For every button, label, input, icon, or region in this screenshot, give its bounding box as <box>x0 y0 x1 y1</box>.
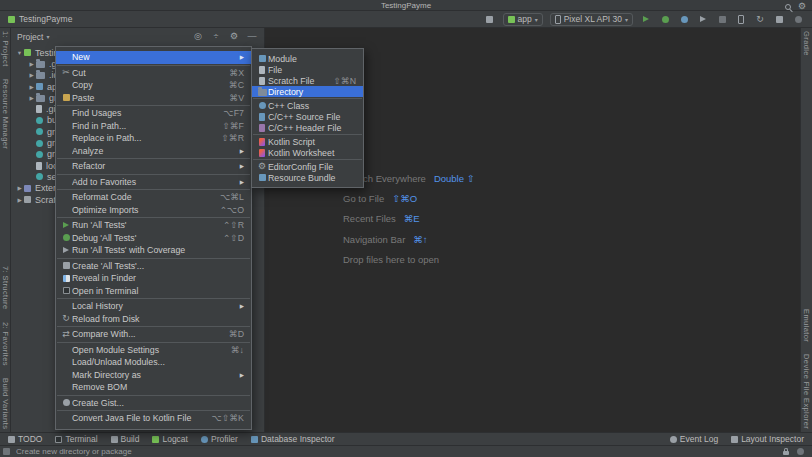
menu-item-c-class[interactable]: C++ Class <box>252 100 363 111</box>
menu-item-paste[interactable]: Paste⌘V <box>56 92 251 105</box>
menu-item-create-gist[interactable]: Create Gist... <box>56 397 251 410</box>
search-icon[interactable] <box>785 4 791 10</box>
hide-icon[interactable]: — <box>246 31 258 43</box>
collapsed-arrow-icon[interactable]: ▶ <box>27 84 36 90</box>
bottom-tab-todo[interactable]: TODO <box>8 434 42 444</box>
menu-item-new[interactable]: New▶ <box>56 51 251 64</box>
menu-item-run-all-tests[interactable]: Run 'All Tests'⌃⇧R <box>56 219 251 232</box>
device-select[interactable]: Pixel XL API 30 ▾ <box>550 13 633 26</box>
collapsed-arrow-icon[interactable]: ▶ <box>15 185 24 191</box>
profiler-button[interactable] <box>678 13 690 25</box>
tool-window-tab-emulator[interactable]: Emulator <box>802 309 811 342</box>
breadcrumb[interactable]: TestingPayme <box>19 14 72 24</box>
collapsed-arrow-icon[interactable]: ▶ <box>27 61 36 67</box>
menu-item-add-to-favorites[interactable]: Add to Favorites▶ <box>56 176 251 189</box>
menu-item-debug-all-tests[interactable]: Debug 'All Tests'⌃⇧D <box>56 232 251 245</box>
menu-item-find-usages[interactable]: Find Usages⌥F7 <box>56 107 251 120</box>
menu-item-remove-bom[interactable]: Remove BOM <box>56 381 251 394</box>
build-hammer-icon[interactable] <box>484 13 496 25</box>
run-button[interactable] <box>640 13 652 25</box>
coverage-button[interactable] <box>697 13 709 25</box>
menu-item-editorconfig-file[interactable]: ⚙EditorConfig File <box>252 161 363 172</box>
menu-item-reformat-code[interactable]: Reformat Code⌥⌘L <box>56 191 251 204</box>
expanded-arrow-icon[interactable]: ▼ <box>15 50 24 56</box>
notifications-button[interactable] <box>792 13 804 25</box>
stop-button[interactable] <box>716 13 728 25</box>
settings-gear-icon[interactable]: ⚙ <box>798 2 806 11</box>
menu-item-label: Mark Directory as <box>72 370 232 380</box>
menu-item-cut[interactable]: ✂Cut⌘X <box>56 67 251 80</box>
menu-item-resource-bundle[interactable]: Resource Bundle <box>252 172 363 183</box>
device-manager-button[interactable] <box>735 13 747 25</box>
menu-item-file[interactable]: File <box>252 64 363 75</box>
run-configuration-select[interactable]: app ▾ <box>503 13 543 26</box>
menu-item-replace-in-path[interactable]: Replace in Path...⇧⌘R <box>56 132 251 145</box>
tool-window-tab-device-file-explorer[interactable]: Device File Explorer <box>802 354 811 429</box>
collapsed-arrow-icon[interactable]: ▶ <box>27 95 36 101</box>
bottom-tab-terminal[interactable]: Terminal <box>55 434 97 444</box>
gradle-sync-button[interactable]: ↻ <box>754 13 766 25</box>
menu-item-label: Find in Path... <box>72 121 210 131</box>
bottom-tab-layout-inspector[interactable]: Layout Inspector <box>731 434 804 444</box>
menu-item-copy[interactable]: Copy⌘C <box>56 79 251 92</box>
tool-window-tab-gradle[interactable]: Gradle <box>802 31 811 56</box>
sdk-manager-button[interactable] <box>773 13 785 25</box>
menu-item-open-in-terminal[interactable]: Open in Terminal <box>56 285 251 298</box>
menu-item-open-module-settings[interactable]: Open Module Settings⌘↓ <box>56 344 251 357</box>
project-panel-header: Project ▾ ◎÷⚙— <box>11 28 264 45</box>
locate-icon[interactable]: ◎ <box>192 31 204 43</box>
menu-item-optimize-imports[interactable]: Optimize Imports⌃⌥O <box>56 204 251 217</box>
menu-item-run-all-tests-with-coverage[interactable]: Run 'All Tests' with Coverage <box>56 244 251 257</box>
menu-item-c-c-header-file[interactable]: C/C++ Header File <box>252 122 363 133</box>
menu-item-kotlin-worksheet[interactable]: Kotlin Worksheet <box>252 147 363 158</box>
menu-item-local-history[interactable]: Local History▶ <box>56 300 251 313</box>
tool-window-tab-resource-manager[interactable]: Resource Manager <box>1 79 10 149</box>
menu-item-c-c-source-file[interactable]: C/C++ Source File <box>252 111 363 122</box>
bottom-tab-event-log[interactable]: Event Log <box>670 434 718 444</box>
titlebar-corner-icons: ⚙ <box>785 2 806 11</box>
menu-item-directory[interactable]: Directory <box>252 86 363 97</box>
menu-item-icon-slot <box>256 77 268 85</box>
menu-separator <box>57 174 250 175</box>
tool-window-tab-1-project[interactable]: 1: Project <box>1 31 10 67</box>
menu-item-label: Copy <box>72 80 217 90</box>
bottom-tab-build[interactable]: Build <box>111 434 140 444</box>
menu-item-reveal-in-finder[interactable]: Reveal in Finder <box>56 272 251 285</box>
menu-item-load-unload-modules[interactable]: Load/Unload Modules... <box>56 356 251 369</box>
database-icon <box>251 436 258 443</box>
tool-window-tab-build-variants[interactable]: Build Variants <box>1 378 10 429</box>
menu-item-label: Remove BOM <box>72 382 244 392</box>
menu-item-mark-directory-as[interactable]: Mark Directory as▶ <box>56 369 251 382</box>
menu-item-scratch-file[interactable]: Scratch File⇧⌘N <box>252 75 363 86</box>
hint-label: Go to File <box>343 193 384 204</box>
project-view-selector[interactable]: Project <box>17 32 43 42</box>
tool-window-toggle-icon[interactable] <box>3 448 10 455</box>
bottom-tab-profiler[interactable]: Profiler <box>201 434 238 444</box>
chevron-down-icon: ▾ <box>535 16 538 23</box>
tool-window-tab-7-structure[interactable]: 7: Structure <box>1 266 10 310</box>
collapsed-arrow-icon[interactable]: ▶ <box>27 72 36 78</box>
menu-item-icon-slot <box>256 174 268 181</box>
menu-item-kotlin-script[interactable]: Kotlin Script <box>252 136 363 147</box>
navigation-bar[interactable]: TestingPayme <box>8 14 72 24</box>
menu-item-label: Open Module Settings <box>72 345 219 355</box>
settings-icon[interactable]: ⚙ <box>228 31 240 43</box>
android-studio-window: TestingPayme ⚙ TestingPayme app ▾ Pixel … <box>0 0 812 457</box>
indexing-status-icon[interactable] <box>797 448 804 455</box>
menu-item-convert-java-file-to-kotlin-file[interactable]: Convert Java File to Kotlin File⌥⇧⌘K <box>56 412 251 425</box>
menu-item-find-in-path[interactable]: Find in Path...⇧⌘F <box>56 120 251 133</box>
debug-button[interactable] <box>659 13 671 25</box>
bottom-tab-database-inspector[interactable]: Database Inspector <box>251 434 335 444</box>
menu-item-refactor[interactable]: Refactor▶ <box>56 160 251 173</box>
lock-icon[interactable] <box>783 451 789 455</box>
menu-item-analyze[interactable]: Analyze▶ <box>56 145 251 158</box>
bottom-tab-logcat[interactable]: Logcat <box>152 434 188 444</box>
menu-item-compare-with[interactable]: ⇄Compare With...⌘D <box>56 328 251 341</box>
tool-window-tab-2-favorites[interactable]: 2: Favorites <box>1 322 10 366</box>
menu-item-module[interactable]: Module <box>252 53 363 64</box>
menu-item-reload-from-disk[interactable]: ↻Reload from Disk <box>56 313 251 326</box>
build-icon <box>111 436 118 443</box>
collapsed-arrow-icon[interactable]: ▶ <box>15 197 24 203</box>
collapse-all-icon[interactable]: ÷ <box>210 31 222 43</box>
menu-item-create-all-tests[interactable]: Create 'All Tests'... <box>56 260 251 273</box>
